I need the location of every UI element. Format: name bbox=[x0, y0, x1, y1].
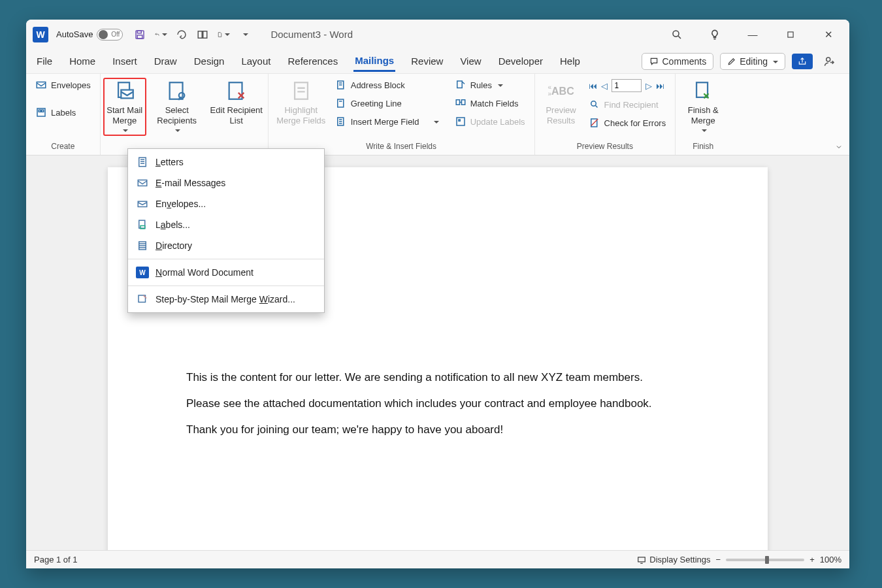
ribbon-tabs: File Home Insert Draw Design Layout Refe… bbox=[26, 49, 849, 74]
dropdown-directory[interactable]: Directory bbox=[128, 235, 324, 256]
maximize-button[interactable] bbox=[781, 25, 800, 44]
zoom-out-button[interactable]: − bbox=[716, 555, 721, 564]
envelopes-button[interactable]: Envelopes bbox=[33, 78, 93, 92]
tab-view[interactable]: View bbox=[459, 52, 482, 71]
page-indicator[interactable]: Page 1 of 1 bbox=[34, 555, 78, 564]
zoom-slider-knob bbox=[765, 556, 769, 564]
dropdown-separator-2 bbox=[128, 286, 324, 286]
prev-record-icon[interactable]: ◁ bbox=[601, 81, 608, 91]
svg-rect-1 bbox=[138, 31, 142, 33]
sync-icon[interactable] bbox=[819, 53, 840, 70]
zoom-in-button[interactable]: + bbox=[809, 555, 815, 564]
greeting-line-button[interactable]: Greeting Line bbox=[333, 96, 442, 110]
tab-home[interactable]: Home bbox=[68, 52, 97, 71]
svg-rect-10 bbox=[39, 110, 41, 112]
redo-icon[interactable] bbox=[175, 28, 188, 41]
record-number-input[interactable] bbox=[612, 79, 642, 92]
next-record-icon[interactable]: ▷ bbox=[645, 81, 652, 91]
record-nav: ⏮ ◁ ▷ ⏭ bbox=[586, 78, 669, 93]
svg-rect-19 bbox=[337, 99, 343, 107]
last-record-icon[interactable]: ⏭ bbox=[656, 81, 664, 91]
dropdown-separator bbox=[128, 259, 324, 259]
status-bar: Page 1 of 1 Display Settings − + 100% bbox=[26, 550, 849, 568]
save-icon[interactable] bbox=[133, 28, 146, 41]
match-fields-button[interactable]: Match Fields bbox=[452, 96, 528, 110]
svg-rect-8 bbox=[37, 82, 46, 88]
svg-rect-22 bbox=[456, 100, 459, 105]
first-record-icon[interactable]: ⏮ bbox=[589, 81, 597, 91]
dropdown-letters[interactable]: Letters bbox=[128, 152, 324, 172]
svg-rect-31 bbox=[139, 220, 145, 228]
rules-button[interactable]: Rules bbox=[452, 78, 528, 92]
dropdown-envelopes[interactable]: Envelopes... bbox=[128, 193, 324, 214]
group-start-mail-merge: Start Mail Merge Select Recipients Edit … bbox=[101, 74, 269, 155]
undo-icon[interactable] bbox=[154, 28, 167, 41]
layout-icon[interactable] bbox=[196, 28, 209, 41]
group-write-insert: Highlight Merge Fields Address Block Gre… bbox=[269, 74, 535, 155]
tab-file[interactable]: File bbox=[35, 52, 54, 71]
update-labels-button[interactable]: Update Labels bbox=[452, 114, 528, 129]
quick-access-toolbar bbox=[133, 28, 251, 41]
insert-merge-field-button[interactable]: Insert Merge Field bbox=[333, 114, 442, 129]
group-preview-results: « »ABC Preview Results ⏮ ◁ ▷ ⏭ Find Reci… bbox=[535, 74, 676, 155]
svg-rect-3 bbox=[199, 31, 203, 38]
document-icon[interactable] bbox=[217, 28, 230, 41]
toggle-knob bbox=[99, 30, 108, 39]
dropdown-email[interactable]: E-mail Messages bbox=[128, 172, 324, 193]
dropdown-normal[interactable]: WNormal Word Document bbox=[128, 262, 324, 283]
minimize-button[interactable]: — bbox=[743, 25, 762, 44]
tab-mailings[interactable]: Mailings bbox=[353, 51, 395, 72]
tab-references[interactable]: References bbox=[286, 52, 339, 71]
tab-insert[interactable]: Insert bbox=[111, 52, 139, 71]
svg-rect-14 bbox=[169, 82, 182, 99]
autosave-toggle[interactable]: Off bbox=[97, 29, 123, 41]
editing-mode-button[interactable]: Editing bbox=[720, 53, 785, 70]
paragraph-3: Thank you for joining our team; we're ha… bbox=[186, 422, 689, 438]
qat-more-icon[interactable] bbox=[238, 28, 251, 41]
highlight-merge-fields-button[interactable]: Highlight Merge Fields bbox=[275, 78, 327, 125]
ribbon: Envelopes Labels Create Start Mail Merge… bbox=[26, 74, 849, 155]
zoom-slider[interactable] bbox=[726, 559, 804, 561]
dropdown-labels[interactable]: Labels... bbox=[128, 214, 324, 235]
word-app-icon: W bbox=[33, 27, 48, 42]
group-finish: Finish & Merge Finish bbox=[676, 74, 730, 155]
svg-point-5 bbox=[673, 31, 679, 37]
zoom-percent[interactable]: 100% bbox=[820, 555, 841, 564]
paragraph-1: This is the content for our letter. We a… bbox=[186, 370, 689, 385]
tab-review[interactable]: Review bbox=[410, 52, 444, 71]
paragraph-2: Please see the attached documentation wh… bbox=[186, 396, 689, 412]
select-recipients-button[interactable]: Select Recipients bbox=[152, 78, 203, 136]
close-button[interactable]: ✕ bbox=[819, 25, 838, 44]
svg-rect-6 bbox=[788, 31, 793, 37]
svg-rect-32 bbox=[140, 226, 145, 229]
share-button[interactable] bbox=[792, 54, 813, 69]
svg-rect-21 bbox=[457, 81, 462, 88]
finish-merge-button[interactable]: Finish & Merge bbox=[682, 78, 724, 136]
tab-developer[interactable]: Developer bbox=[497, 52, 544, 71]
dropdown-letters-label: etters bbox=[161, 157, 184, 167]
tab-help[interactable]: Help bbox=[559, 52, 581, 71]
tab-draw[interactable]: Draw bbox=[153, 52, 178, 71]
collapse-ribbon-icon[interactable] bbox=[834, 143, 844, 151]
tab-layout[interactable]: Layout bbox=[240, 52, 272, 71]
address-block-button[interactable]: Address Block bbox=[333, 78, 442, 92]
comments-button[interactable]: Comments bbox=[642, 53, 714, 70]
find-recipient-button[interactable]: Find Recipient bbox=[586, 97, 669, 112]
edit-recipient-list-button[interactable]: Edit Recipient List bbox=[208, 78, 265, 125]
preview-results-button[interactable]: « »ABC Preview Results bbox=[542, 78, 581, 125]
display-settings-button[interactable]: Display Settings bbox=[636, 555, 710, 564]
title-bar: W AutoSave Off Document3 - Word — ✕ bbox=[26, 20, 849, 49]
svg-rect-2 bbox=[138, 35, 143, 38]
document-title: Document3 - Word bbox=[270, 29, 353, 40]
search-icon[interactable] bbox=[668, 25, 686, 44]
start-mail-merge-button[interactable]: Start Mail Merge bbox=[103, 78, 146, 136]
start-mail-merge-dropdown: Letters E-mail Messages Envelopes... Lab… bbox=[127, 148, 325, 313]
check-errors-button[interactable]: Check for Errors bbox=[586, 116, 669, 130]
svg-rect-23 bbox=[461, 100, 465, 105]
svg-rect-30 bbox=[138, 201, 147, 206]
dropdown-wizard[interactable]: Step-by-Step Mail Merge Wizard... bbox=[128, 289, 324, 310]
tab-design[interactable]: Design bbox=[193, 52, 226, 71]
svg-point-7 bbox=[826, 57, 830, 61]
labels-button[interactable]: Labels bbox=[33, 105, 93, 120]
lightbulb-icon[interactable] bbox=[706, 25, 724, 44]
